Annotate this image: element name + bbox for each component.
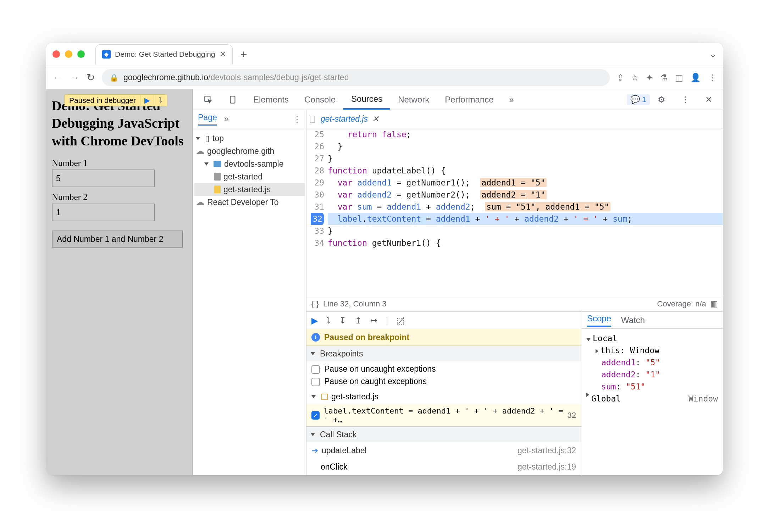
address-bar: ← → ↻ 🔒 googlechrome.github.io/devtools-… bbox=[46, 66, 723, 89]
browser-window: ◆ Demo: Get Started Debugging ✕ ＋ ⌄ ← → … bbox=[46, 43, 723, 475]
extensions-icon[interactable]: ✦ bbox=[646, 73, 653, 83]
overlay-text: Paused in debugger bbox=[65, 95, 140, 106]
label-number2: Number 2 bbox=[52, 192, 187, 202]
url-bar[interactable]: 🔒 googlechrome.github.io/devtools-sample… bbox=[102, 69, 610, 86]
url-host: googlechrome.github.io bbox=[123, 73, 208, 82]
close-window[interactable] bbox=[52, 50, 60, 58]
callstack-frame-0[interactable]: ➔updateLabelget-started.js:32 bbox=[306, 442, 581, 459]
info-icon: i bbox=[311, 333, 320, 342]
input-number1[interactable] bbox=[52, 170, 155, 187]
tab-scope[interactable]: Scope bbox=[587, 314, 611, 327]
breakpoint-entry[interactable]: ✓ label.textContent = addend1 + ' + ' + … bbox=[306, 404, 581, 426]
step-out-icon[interactable]: ↥ bbox=[355, 316, 362, 326]
toggle-navigator-icon[interactable]: ⎕ bbox=[310, 114, 315, 124]
titlebar: ◆ Demo: Get Started Debugging ✕ ＋ ⌄ bbox=[46, 43, 723, 66]
tree-origin[interactable]: ☁googlechrome.gith bbox=[194, 145, 305, 157]
tab-title: Demo: Get Started Debugging bbox=[115, 50, 215, 59]
coverage-toggle-icon[interactable]: ▥ bbox=[710, 299, 718, 309]
tree-top[interactable]: ▯ top bbox=[194, 132, 305, 145]
paused-banner: i Paused on breakpoint bbox=[306, 329, 581, 346]
navigator-tabs: Page » ⋮ bbox=[193, 110, 306, 128]
pause-uncaught-row[interactable]: Pause on uncaught exceptions bbox=[311, 364, 576, 374]
breakpoints-header[interactable]: Breakpoints bbox=[306, 346, 581, 361]
deactivate-breakpoints-icon[interactable]: ⬚̸ bbox=[397, 316, 405, 326]
tree-folder[interactable]: devtools-sample bbox=[194, 157, 305, 170]
bookmark-icon[interactable]: ☆ bbox=[631, 73, 639, 83]
browser-tab[interactable]: ◆ Demo: Get Started Debugging ✕ bbox=[95, 44, 233, 64]
kebab-icon[interactable]: ⋮ bbox=[673, 89, 697, 110]
sources-navigator: Page » ⋮ ▯ top ☁googlechrome.gith devtoo… bbox=[193, 110, 306, 475]
code-editor[interactable]: 25262728293031323334 return false; }}fun… bbox=[306, 128, 723, 296]
step-over-icon[interactable]: ⤵ bbox=[326, 316, 331, 326]
devtools-tabs: Elements Console Sources Network Perform… bbox=[193, 89, 723, 110]
messages-badge[interactable]: 💬 1 bbox=[627, 94, 650, 105]
step-icon[interactable]: ↦ bbox=[370, 316, 377, 326]
overlay-step-icon[interactable]: ⤵ bbox=[154, 95, 167, 106]
pause-caught-row[interactable]: Pause on caught exceptions bbox=[311, 377, 576, 386]
favicon: ◆ bbox=[102, 50, 111, 59]
tab-watch[interactable]: Watch bbox=[621, 315, 645, 325]
input-number2[interactable] bbox=[52, 204, 155, 221]
resume-icon[interactable]: ▶ bbox=[311, 316, 318, 326]
code-editor-pane: ⎕ get-started.js ✕ 25262728293031323334 … bbox=[306, 110, 723, 311]
labs-icon[interactable]: ⚗ bbox=[660, 73, 668, 83]
breakpoint-file-row[interactable]: get-started.js bbox=[306, 389, 581, 404]
debugger-toolbar: ▶ ⤵ ↧ ↥ ↦ | ⬚̸ bbox=[306, 312, 581, 329]
scope-tree[interactable]: Local this: Window addend1: "5" addend2:… bbox=[581, 329, 723, 475]
navigator-menu-icon[interactable]: ⋮ bbox=[293, 114, 301, 124]
navigator-more-icon[interactable]: » bbox=[224, 114, 229, 124]
file-tree: ▯ top ☁googlechrome.gith devtools-sample… bbox=[193, 128, 306, 475]
device-icon[interactable] bbox=[221, 89, 245, 110]
forward-button: → bbox=[70, 72, 79, 83]
tree-file-js[interactable]: get-started.js bbox=[194, 183, 305, 196]
close-file-icon[interactable]: ✕ bbox=[372, 114, 379, 124]
sidepanel-icon[interactable]: ◫ bbox=[675, 73, 683, 83]
callstack-section: Call Stack ➔updateLabelget-started.js:32… bbox=[306, 427, 581, 475]
scope-pane: Scope Watch Local this: Window addend1: … bbox=[581, 312, 723, 475]
page-viewport: Paused in debugger ▶ ⤵ Demo: Get Started… bbox=[46, 89, 192, 475]
tree-file-html[interactable]: get-started bbox=[194, 170, 305, 183]
label-number1: Number 1 bbox=[52, 158, 187, 168]
svg-rect-1 bbox=[230, 96, 235, 103]
settings-icon[interactable]: ⚙ bbox=[650, 89, 673, 110]
overlay-resume-icon[interactable]: ▶ bbox=[140, 95, 154, 106]
profile-icon[interactable]: 👤 bbox=[690, 73, 701, 83]
navigator-tab-page[interactable]: Page bbox=[198, 113, 217, 126]
file-tabs: ⎕ get-started.js ✕ bbox=[306, 110, 723, 128]
add-button[interactable]: Add Number 1 and Number 2 bbox=[52, 231, 183, 248]
close-tab-icon[interactable]: ✕ bbox=[220, 50, 226, 59]
coverage-label: Coverage: n/a bbox=[657, 299, 706, 309]
breakpoints-section: Breakpoints Pause on uncaught exceptions… bbox=[306, 346, 581, 427]
tab-network[interactable]: Network bbox=[390, 89, 437, 110]
debugger-paused-overlay: Paused in debugger ▶ ⤵ bbox=[65, 94, 167, 106]
tabs-dropdown-icon[interactable]: ⌄ bbox=[709, 49, 717, 59]
traffic-lights bbox=[52, 50, 85, 58]
tree-extension[interactable]: ☁React Developer To bbox=[194, 196, 305, 209]
editor-status-bar: { } Line 32, Column 3 Coverage: n/a ▥ bbox=[306, 296, 723, 311]
url-path: /devtools-samples/debug-js/get-started bbox=[208, 73, 349, 82]
tab-console[interactable]: Console bbox=[297, 89, 343, 110]
more-tabs-icon[interactable]: » bbox=[502, 89, 522, 110]
lock-icon[interactable]: 🔒 bbox=[110, 73, 118, 82]
paused-text: Paused on breakpoint bbox=[324, 333, 409, 342]
maximize-window[interactable] bbox=[77, 50, 85, 58]
minimize-window[interactable] bbox=[65, 50, 72, 58]
callstack-frame-1[interactable]: onClickget-started.js:19 bbox=[306, 459, 581, 475]
close-devtools-icon[interactable]: ✕ bbox=[697, 89, 720, 110]
tab-elements[interactable]: Elements bbox=[245, 89, 297, 110]
file-tab-active[interactable]: get-started.js ✕ bbox=[321, 114, 379, 124]
menu-icon[interactable]: ⋮ bbox=[708, 73, 717, 83]
callstack-header[interactable]: Call Stack bbox=[306, 427, 581, 442]
reload-button[interactable]: ↻ bbox=[87, 72, 95, 83]
tab-sources[interactable]: Sources bbox=[343, 89, 390, 110]
devtools: Elements Console Sources Network Perform… bbox=[192, 89, 723, 475]
scope-tabs: Scope Watch bbox=[581, 312, 723, 329]
share-icon[interactable]: ⇪ bbox=[617, 73, 624, 83]
step-into-icon[interactable]: ↧ bbox=[339, 316, 346, 326]
new-tab-button[interactable]: ＋ bbox=[238, 47, 249, 61]
back-button[interactable]: ← bbox=[52, 72, 62, 83]
cursor-position: Line 32, Column 3 bbox=[323, 299, 387, 309]
format-icon[interactable]: { } bbox=[311, 299, 319, 309]
tab-performance[interactable]: Performance bbox=[437, 89, 501, 110]
inspect-icon[interactable] bbox=[196, 89, 221, 110]
